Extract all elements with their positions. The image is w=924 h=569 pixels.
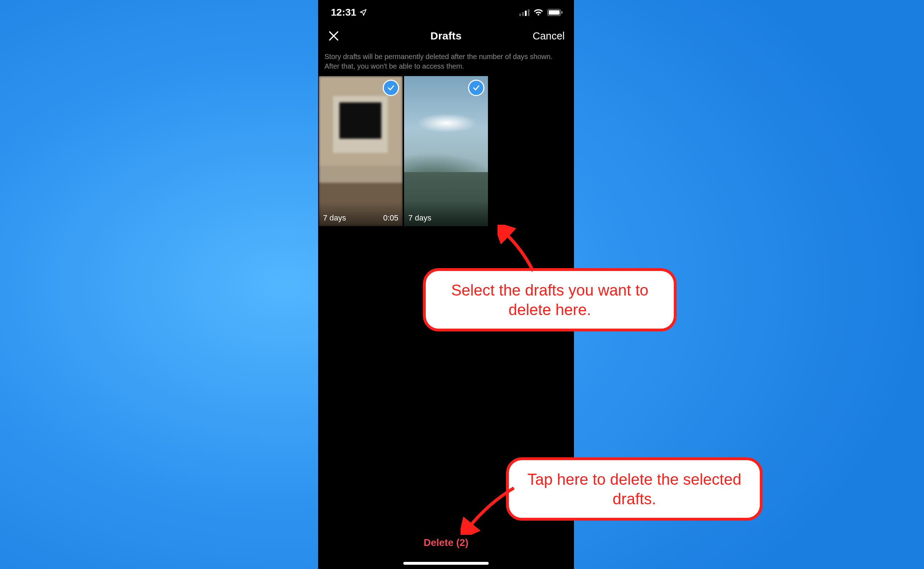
draft-footer: 7 days — [404, 201, 488, 226]
status-time: 12:31 — [331, 7, 357, 18]
location-icon — [359, 9, 367, 16]
selected-checkmark[interactable] — [468, 80, 484, 96]
home-indicator[interactable] — [404, 562, 489, 565]
draft-duration: 0:05 — [383, 213, 398, 223]
battery-icon — [547, 9, 563, 16]
selected-checkmark[interactable] — [383, 80, 399, 96]
draft-item[interactable]: 7 days 0:05 — [319, 76, 403, 226]
wifi-icon — [533, 9, 543, 16]
status-bar: 12:31 — [318, 0, 574, 22]
svg-rect-0 — [519, 14, 521, 16]
close-icon — [328, 30, 340, 42]
drafts-grid: 7 days 0:05 7 days — [318, 76, 574, 226]
bottom-action-bar: Delete (2) — [318, 530, 574, 555]
page-title: Drafts — [430, 30, 462, 42]
status-icons — [519, 9, 563, 16]
delete-button[interactable]: Delete (2) — [423, 537, 469, 548]
svg-rect-5 — [549, 10, 560, 15]
svg-rect-3 — [528, 9, 530, 16]
status-time-group: 12:31 — [331, 7, 367, 18]
cellular-icon — [519, 9, 530, 16]
svg-rect-1 — [522, 12, 524, 16]
wallpaper: 12:31 — [0, 0, 924, 569]
annotation-callout-delete: Tap here to delete the selected drafts. — [506, 457, 763, 520]
svg-rect-2 — [525, 11, 526, 16]
draft-footer: 7 days 0:05 — [319, 201, 403, 226]
annotation-arrow-icon — [498, 225, 547, 278]
annotation-callout-select: Select the drafts you want to delete her… — [423, 268, 677, 332]
close-button[interactable] — [326, 28, 341, 44]
nav-header: Drafts Cancel — [318, 22, 574, 50]
check-icon — [472, 84, 480, 92]
draft-item[interactable]: 7 days — [404, 76, 488, 226]
annotation-arrow-icon — [461, 482, 521, 535]
draft-expiry: 7 days — [323, 213, 346, 223]
info-text: Story drafts will be permanently deleted… — [318, 50, 574, 76]
cancel-button[interactable]: Cancel — [533, 30, 565, 42]
draft-expiry: 7 days — [408, 213, 431, 223]
svg-rect-6 — [561, 11, 563, 14]
check-icon — [387, 84, 395, 92]
